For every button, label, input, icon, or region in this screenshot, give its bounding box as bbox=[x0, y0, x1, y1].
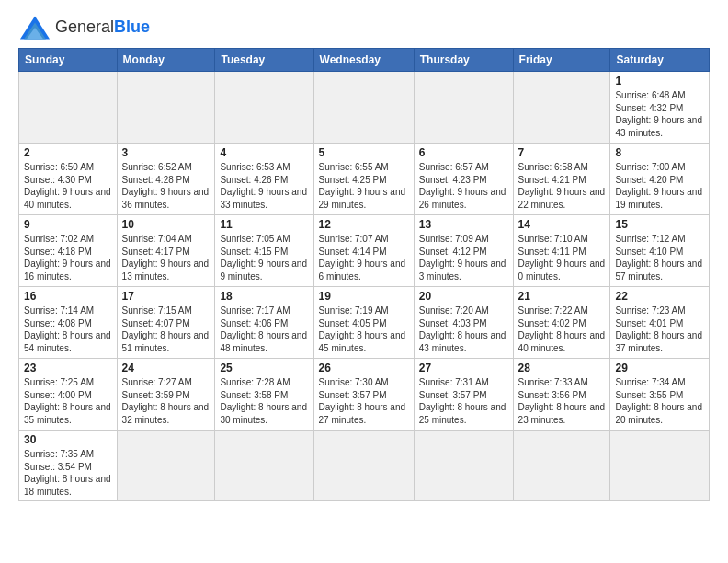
calendar-cell: 17Sunrise: 7:15 AM Sunset: 4:07 PM Dayli… bbox=[117, 287, 215, 359]
day-info: Sunrise: 7:31 AM Sunset: 3:57 PM Dayligh… bbox=[419, 376, 508, 426]
day-number: 3 bbox=[122, 146, 210, 159]
calendar-cell bbox=[19, 72, 118, 144]
day-number: 17 bbox=[122, 290, 210, 303]
calendar-header-row: SundayMondayTuesdayWednesdayThursdayFrid… bbox=[19, 49, 710, 72]
calendar-cell: 25Sunrise: 7:28 AM Sunset: 3:58 PM Dayli… bbox=[215, 359, 313, 431]
day-number: 6 bbox=[419, 146, 508, 159]
day-number: 25 bbox=[220, 362, 308, 374]
logo-icon bbox=[18, 15, 51, 40]
day-info: Sunrise: 7:05 AM Sunset: 4:15 PM Dayligh… bbox=[220, 233, 308, 282]
calendar-cell bbox=[610, 431, 710, 501]
calendar-cell: 18Sunrise: 7:17 AM Sunset: 4:06 PM Dayli… bbox=[215, 287, 313, 359]
day-info: Sunrise: 7:33 AM Sunset: 3:56 PM Dayligh… bbox=[518, 376, 606, 426]
calendar-cell: 26Sunrise: 7:30 AM Sunset: 3:57 PM Dayli… bbox=[313, 359, 414, 431]
day-number: 29 bbox=[615, 362, 704, 374]
day-info: Sunrise: 6:50 AM Sunset: 4:30 PM Dayligh… bbox=[24, 161, 112, 211]
weekday-header-sunday: Sunday bbox=[19, 49, 118, 72]
day-number: 21 bbox=[518, 290, 606, 303]
weekday-header-thursday: Thursday bbox=[414, 49, 513, 72]
day-info: Sunrise: 6:58 AM Sunset: 4:21 PM Dayligh… bbox=[518, 161, 606, 211]
day-number: 18 bbox=[220, 290, 308, 303]
day-number: 16 bbox=[24, 290, 112, 303]
day-info: Sunrise: 7:00 AM Sunset: 4:20 PM Dayligh… bbox=[615, 161, 704, 211]
day-info: Sunrise: 6:57 AM Sunset: 4:23 PM Dayligh… bbox=[419, 161, 508, 211]
logo-text: GeneralBlue bbox=[55, 18, 150, 37]
day-info: Sunrise: 7:12 AM Sunset: 4:10 PM Dayligh… bbox=[615, 233, 704, 282]
calendar-cell bbox=[117, 72, 215, 144]
day-number: 24 bbox=[122, 362, 210, 374]
day-number: 22 bbox=[615, 290, 704, 303]
calendar-cell bbox=[414, 431, 513, 501]
day-number: 10 bbox=[122, 218, 210, 231]
calendar-cell: 12Sunrise: 7:07 AM Sunset: 4:14 PM Dayli… bbox=[313, 215, 414, 287]
day-number: 8 bbox=[615, 146, 704, 159]
calendar-cell bbox=[215, 72, 313, 144]
calendar-cell: 14Sunrise: 7:10 AM Sunset: 4:11 PM Dayli… bbox=[513, 215, 610, 287]
calendar-cell: 1Sunrise: 6:48 AM Sunset: 4:32 PM Daylig… bbox=[610, 72, 710, 144]
day-number: 2 bbox=[24, 146, 112, 159]
day-info: Sunrise: 7:04 AM Sunset: 4:17 PM Dayligh… bbox=[122, 233, 210, 282]
calendar-cell: 16Sunrise: 7:14 AM Sunset: 4:08 PM Dayli… bbox=[19, 287, 118, 359]
calendar-cell bbox=[215, 431, 313, 501]
day-number: 7 bbox=[518, 146, 606, 159]
calendar-cell bbox=[117, 431, 215, 501]
day-number: 27 bbox=[419, 362, 508, 374]
calendar-week-4: 23Sunrise: 7:25 AM Sunset: 4:00 PM Dayli… bbox=[19, 359, 710, 431]
calendar-cell: 10Sunrise: 7:04 AM Sunset: 4:17 PM Dayli… bbox=[117, 215, 215, 287]
day-number: 9 bbox=[24, 218, 112, 231]
calendar-cell: 22Sunrise: 7:23 AM Sunset: 4:01 PM Dayli… bbox=[610, 287, 710, 359]
day-info: Sunrise: 7:35 AM Sunset: 3:54 PM Dayligh… bbox=[24, 448, 112, 498]
calendar-week-0: 1Sunrise: 6:48 AM Sunset: 4:32 PM Daylig… bbox=[19, 72, 710, 144]
page: GeneralBlue SundayMondayTuesdayWednesday… bbox=[0, 0, 728, 511]
day-number: 26 bbox=[319, 362, 409, 374]
calendar-cell bbox=[313, 431, 414, 501]
calendar-table: SundayMondayTuesdayWednesdayThursdayFrid… bbox=[18, 48, 710, 501]
day-info: Sunrise: 6:55 AM Sunset: 4:25 PM Dayligh… bbox=[319, 161, 409, 211]
day-info: Sunrise: 7:25 AM Sunset: 4:00 PM Dayligh… bbox=[24, 376, 112, 426]
calendar-cell: 11Sunrise: 7:05 AM Sunset: 4:15 PM Dayli… bbox=[215, 215, 313, 287]
calendar-cell: 3Sunrise: 6:52 AM Sunset: 4:28 PM Daylig… bbox=[117, 144, 215, 215]
day-info: Sunrise: 7:20 AM Sunset: 4:03 PM Dayligh… bbox=[419, 304, 508, 354]
day-info: Sunrise: 7:15 AM Sunset: 4:07 PM Dayligh… bbox=[122, 304, 210, 354]
weekday-header-friday: Friday bbox=[513, 49, 610, 72]
calendar-week-3: 16Sunrise: 7:14 AM Sunset: 4:08 PM Dayli… bbox=[19, 287, 710, 359]
calendar-cell: 13Sunrise: 7:09 AM Sunset: 4:12 PM Dayli… bbox=[414, 215, 513, 287]
day-info: Sunrise: 7:23 AM Sunset: 4:01 PM Dayligh… bbox=[615, 304, 704, 354]
calendar-cell: 27Sunrise: 7:31 AM Sunset: 3:57 PM Dayli… bbox=[414, 359, 513, 431]
calendar-cell: 9Sunrise: 7:02 AM Sunset: 4:18 PM Daylig… bbox=[19, 215, 118, 287]
day-info: Sunrise: 7:28 AM Sunset: 3:58 PM Dayligh… bbox=[220, 376, 308, 426]
calendar-cell: 19Sunrise: 7:19 AM Sunset: 4:05 PM Dayli… bbox=[313, 287, 414, 359]
calendar-cell: 24Sunrise: 7:27 AM Sunset: 3:59 PM Dayli… bbox=[117, 359, 215, 431]
day-number: 23 bbox=[24, 362, 112, 374]
calendar-cell: 21Sunrise: 7:22 AM Sunset: 4:02 PM Dayli… bbox=[513, 287, 610, 359]
day-number: 28 bbox=[518, 362, 606, 374]
day-number: 11 bbox=[220, 218, 308, 231]
calendar-cell: 2Sunrise: 6:50 AM Sunset: 4:30 PM Daylig… bbox=[19, 144, 118, 215]
weekday-header-tuesday: Tuesday bbox=[215, 49, 313, 72]
calendar-cell bbox=[513, 72, 610, 144]
day-info: Sunrise: 7:34 AM Sunset: 3:55 PM Dayligh… bbox=[615, 376, 704, 426]
calendar-week-1: 2Sunrise: 6:50 AM Sunset: 4:30 PM Daylig… bbox=[19, 144, 710, 215]
calendar-cell: 4Sunrise: 6:53 AM Sunset: 4:26 PM Daylig… bbox=[215, 144, 313, 215]
day-info: Sunrise: 7:22 AM Sunset: 4:02 PM Dayligh… bbox=[518, 304, 606, 354]
calendar-cell: 20Sunrise: 7:20 AM Sunset: 4:03 PM Dayli… bbox=[414, 287, 513, 359]
day-number: 4 bbox=[220, 146, 308, 159]
calendar-cell bbox=[513, 431, 610, 501]
calendar-cell bbox=[414, 72, 513, 144]
calendar-cell: 6Sunrise: 6:57 AM Sunset: 4:23 PM Daylig… bbox=[414, 144, 513, 215]
header: GeneralBlue bbox=[18, 15, 710, 40]
day-info: Sunrise: 7:17 AM Sunset: 4:06 PM Dayligh… bbox=[220, 304, 308, 354]
calendar-cell: 30Sunrise: 7:35 AM Sunset: 3:54 PM Dayli… bbox=[19, 431, 118, 501]
day-info: Sunrise: 7:09 AM Sunset: 4:12 PM Dayligh… bbox=[419, 233, 508, 282]
calendar-cell: 28Sunrise: 7:33 AM Sunset: 3:56 PM Dayli… bbox=[513, 359, 610, 431]
day-info: Sunrise: 7:10 AM Sunset: 4:11 PM Dayligh… bbox=[518, 233, 606, 282]
day-info: Sunrise: 7:27 AM Sunset: 3:59 PM Dayligh… bbox=[122, 376, 210, 426]
calendar-cell: 15Sunrise: 7:12 AM Sunset: 4:10 PM Dayli… bbox=[610, 215, 710, 287]
calendar-cell: 23Sunrise: 7:25 AM Sunset: 4:00 PM Dayli… bbox=[19, 359, 118, 431]
day-number: 1 bbox=[615, 75, 704, 87]
day-number: 15 bbox=[615, 218, 704, 231]
day-info: Sunrise: 7:14 AM Sunset: 4:08 PM Dayligh… bbox=[24, 304, 112, 354]
day-info: Sunrise: 7:07 AM Sunset: 4:14 PM Dayligh… bbox=[319, 233, 409, 282]
calendar-week-5: 30Sunrise: 7:35 AM Sunset: 3:54 PM Dayli… bbox=[19, 431, 710, 501]
day-info: Sunrise: 6:53 AM Sunset: 4:26 PM Dayligh… bbox=[220, 161, 308, 211]
